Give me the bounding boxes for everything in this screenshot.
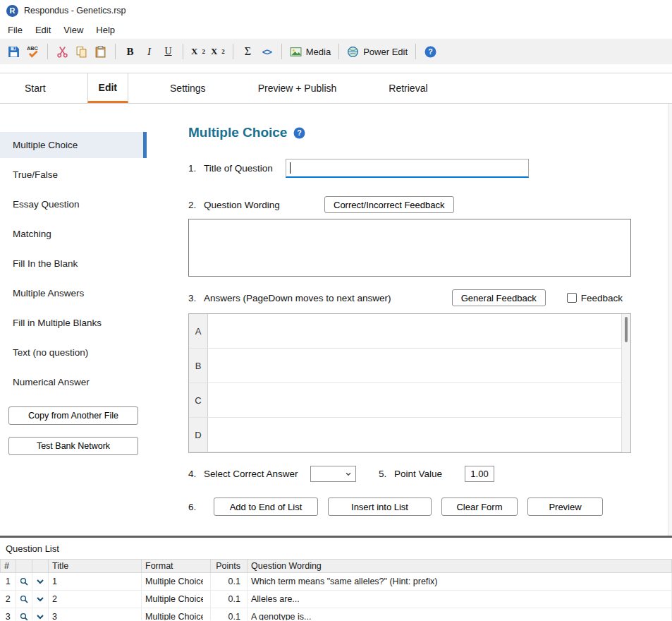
answer-input-b[interactable]: [208, 349, 630, 382]
answers-scrollbar[interactable]: [621, 314, 630, 452]
answer-input-d[interactable]: [208, 418, 630, 452]
question-list-table: # Title Format Points Question Wording 1…: [0, 559, 672, 620]
chevron-down-icon: [36, 577, 44, 586]
correct-answer-select[interactable]: [310, 466, 356, 482]
cell-wording: Alleles are...: [248, 591, 672, 608]
point-value-input[interactable]: [465, 466, 494, 482]
equation-button[interactable]: Σ: [238, 42, 257, 61]
step4-label: Select Correct Answer: [204, 469, 303, 479]
step2-number: 2.: [188, 200, 204, 210]
step4-number: 4.: [188, 469, 204, 479]
test-bank-network-button[interactable]: Test Bank Network: [8, 437, 138, 455]
tab-strip: Start Edit Settings Preview + Publish Re…: [0, 73, 672, 104]
row-number: 1: [1, 573, 16, 591]
menu-edit[interactable]: Edit: [29, 23, 57, 37]
menu-help[interactable]: Help: [90, 23, 121, 37]
cell-wording: Which term means "same alleles?" (Hint: …: [248, 573, 672, 591]
col-header-points[interactable]: Points: [211, 560, 248, 573]
row-number: 2: [1, 591, 16, 608]
magnifier-icon: [19, 577, 29, 586]
paste-button[interactable]: [91, 42, 110, 61]
cut-icon: [56, 46, 68, 58]
tab-edit[interactable]: Edit: [87, 73, 128, 103]
col-header-title[interactable]: Title: [49, 560, 142, 573]
feedback-checkbox[interactable]: [567, 293, 577, 303]
expand-question-button[interactable]: [32, 591, 48, 608]
cell-points: 0.1: [211, 608, 248, 621]
page-title: Multiple Choice: [188, 125, 287, 140]
media-label: Media: [306, 47, 331, 57]
spellcheck-button[interactable]: ABC: [23, 42, 42, 61]
add-to-end-of-list-button[interactable]: Add to End of List: [214, 498, 318, 516]
question-title-input[interactable]: [286, 159, 529, 178]
sidebar-item-true-false[interactable]: True/False: [0, 162, 147, 188]
copy-from-another-file-button[interactable]: Copy from Another File: [8, 406, 138, 425]
expand-question-button[interactable]: [32, 608, 48, 620]
sidebar-item-essay-question[interactable]: Essay Question: [0, 191, 147, 217]
toolbar-separator: [233, 44, 233, 59]
answer-input-a[interactable]: [208, 314, 630, 348]
answers-scrollbar-thumb[interactable]: [625, 317, 628, 342]
toolbar-separator: [47, 44, 48, 59]
bold-button[interactable]: B: [121, 42, 140, 61]
cell-points: 0.1: [211, 573, 248, 591]
copy-button[interactable]: [72, 42, 91, 61]
expand-question-button[interactable]: [32, 573, 48, 590]
step5-label: Point Value: [394, 469, 448, 479]
cell-format: Multiple Choice: [142, 573, 211, 591]
subscript-button[interactable]: X2: [188, 42, 208, 61]
tab-settings[interactable]: Settings: [159, 73, 216, 103]
question-list-panel: Question List # Title Format Points Ques…: [0, 538, 672, 620]
cell-format: Multiple Choice: [142, 591, 211, 608]
correct-incorrect-feedback-button[interactable]: Correct/Incorrect Feedback: [324, 196, 454, 213]
cell-title: 1: [49, 573, 142, 591]
cut-button[interactable]: [53, 42, 72, 61]
clear-form-button[interactable]: Clear Form: [441, 498, 518, 516]
superscript-button[interactable]: X2: [208, 42, 228, 61]
toolbar-separator: [338, 44, 339, 59]
general-feedback-button[interactable]: General Feedback: [452, 289, 546, 306]
preview-button[interactable]: Preview: [527, 498, 603, 516]
step1-number: 1.: [188, 163, 204, 174]
toolbar: ABC B I U X2 X2 Σ <> Media Power Edit ?: [0, 39, 672, 64]
search-question-button[interactable]: [16, 591, 32, 608]
power-edit-button[interactable]: Power Edit: [344, 42, 410, 61]
sidebar-item-multiple-answers[interactable]: Multiple Answers: [0, 280, 147, 306]
question-type-sidebar: Multiple Choice True/False Essay Questio…: [0, 104, 173, 536]
toolbar-separator: [415, 44, 416, 59]
media-button[interactable]: Media: [287, 42, 334, 61]
question-wording-textarea[interactable]: [188, 219, 631, 277]
help-button[interactable]: ?: [421, 42, 440, 61]
col-header-format[interactable]: Format: [142, 560, 211, 573]
tab-preview-publish[interactable]: Preview + Publish: [248, 73, 348, 103]
sidebar-item-fill-in-the-blank[interactable]: Fill In the Blank: [0, 251, 147, 277]
search-question-button[interactable]: [16, 573, 32, 590]
step2-label: Question Wording: [204, 200, 293, 210]
insert-into-list-button[interactable]: Insert into List: [328, 498, 432, 516]
save-button[interactable]: [4, 42, 23, 61]
answer-input-c[interactable]: [208, 383, 630, 417]
tab-retrieval[interactable]: Retrieval: [378, 73, 438, 103]
underline-button[interactable]: U: [159, 42, 178, 61]
question-row-1[interactable]: 1 1 Multiple Choice 0.1 Which term means…: [1, 573, 672, 591]
question-row-2[interactable]: 2 2 Multiple Choice 0.1 Alleles are...: [1, 591, 672, 608]
col-header-wording[interactable]: Question Wording: [248, 560, 672, 573]
menu-view[interactable]: View: [57, 23, 90, 37]
tab-start[interactable]: Start: [14, 73, 56, 103]
menu-file[interactable]: File: [1, 23, 29, 37]
toolbar-separator: [183, 44, 183, 59]
answer-row: D: [189, 418, 630, 452]
sidebar-item-text-no-question[interactable]: Text (no question): [0, 339, 147, 366]
search-question-button[interactable]: [16, 608, 32, 620]
main-scrollbar[interactable]: [668, 104, 672, 536]
source-code-button[interactable]: <>: [257, 42, 276, 61]
answers-grid: A B C D: [188, 313, 631, 453]
sidebar-item-numerical-answer[interactable]: Numerical Answer: [0, 369, 147, 395]
heading-help-icon[interactable]: ?: [293, 127, 305, 139]
sidebar-item-matching[interactable]: Matching: [0, 221, 147, 247]
answer-letter-a: A: [189, 314, 208, 348]
italic-button[interactable]: I: [140, 42, 159, 61]
question-row-3[interactable]: 3 3 Multiple Choice 0.1 A genotype is...: [1, 608, 672, 621]
sidebar-item-fill-in-multiple-blanks[interactable]: Fill in Multiple Blanks: [0, 310, 147, 336]
sidebar-item-multiple-choice[interactable]: Multiple Choice: [0, 132, 147, 158]
